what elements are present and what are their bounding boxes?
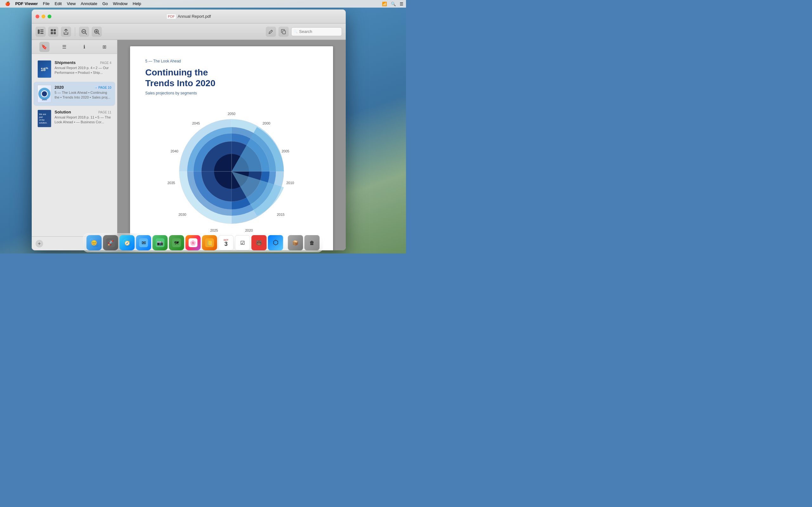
svg-text:🧭: 🧭 — [124, 240, 130, 246]
spotlight-icon[interactable]: 🔍 — [391, 2, 396, 6]
svg-text:📷: 📷 — [157, 240, 163, 246]
menu-go[interactable]: Go — [100, 0, 110, 8]
svg-text:☑: ☑ — [241, 240, 245, 245]
dock-contacts[interactable]: 📒 — [202, 235, 217, 250]
dock-reminders[interactable]: ☑ — [235, 235, 250, 250]
dock-separator — [286, 236, 286, 249]
chart-container: 2050 2045 2040 2035 2030 2025 2020 2015 … — [145, 105, 318, 238]
annotate-button[interactable] — [266, 26, 276, 37]
svg-rect-4 — [51, 29, 53, 32]
svg-text:2005: 2005 — [282, 149, 289, 153]
sidebar-thumb-2020: 2020 — [38, 85, 51, 103]
sidebar-item-title-solution: Solution — [55, 110, 71, 114]
svg-line-15 — [271, 30, 272, 31]
sidebar: 🔖 ☰ ℹ ⊞ 18% Shipments PAGE — [32, 40, 117, 250]
close-button[interactable] — [36, 14, 39, 18]
svg-text:🌸: 🌸 — [190, 240, 196, 246]
dock-copilot[interactable]: ⬡ — [268, 235, 283, 250]
grid-view-button[interactable] — [48, 26, 58, 37]
sidebar-layers-button[interactable]: ⊞ — [99, 42, 109, 52]
control-center-icon[interactable]: ☰ — [400, 2, 403, 6]
sidebar-item-title-2020: 2020 — [55, 85, 64, 90]
toolbar-right: 🔍 — [266, 26, 342, 37]
sidebar-item-page-solution: PAGE 11 — [98, 111, 111, 114]
svg-text:📦: 📦 — [293, 240, 299, 246]
svg-text:2030: 2030 — [179, 213, 186, 216]
svg-rect-16 — [283, 31, 286, 34]
menu-help[interactable]: Help — [130, 0, 144, 8]
sidebar-toggle-button[interactable] — [36, 26, 46, 37]
minimize-button[interactable] — [42, 14, 45, 18]
menu-file[interactable]: File — [40, 0, 52, 8]
pdf-content-area[interactable]: 5 — The Look Ahead Continuing theTrends … — [117, 40, 346, 250]
svg-text:✉: ✉ — [142, 240, 146, 245]
window-controls — [36, 14, 51, 18]
svg-line-14 — [98, 33, 99, 34]
sidebar-item-info-solution: Solution PAGE 11 Annual Report 2018 p. 1… — [55, 110, 111, 125]
wifi-icon[interactable]: 📶 — [382, 2, 387, 6]
svg-text:2015: 2015 — [277, 213, 285, 216]
search-wrapper: 🔍 — [291, 27, 342, 36]
zoom-in-button[interactable] — [92, 26, 102, 37]
svg-text:📒: 📒 — [207, 240, 212, 246]
menu-window[interactable]: Window — [110, 0, 130, 8]
svg-rect-7 — [54, 32, 56, 34]
pdf-subtitle: Sales projections by segments — [145, 91, 318, 95]
pdf-page: 5 — The Look Ahead Continuing theTrends … — [130, 46, 333, 250]
dock-xip[interactable]: 📦 — [288, 235, 303, 250]
thumb-solution-visual: We are part of the solution. — [38, 110, 51, 127]
add-bookmark-button[interactable]: + — [36, 240, 43, 247]
dock-launchpad[interactable]: 🚀 — [103, 235, 118, 250]
radial-chart: 2050 2045 2040 2035 2030 2025 2020 2015 … — [159, 108, 305, 235]
svg-text:2020: 2020 — [42, 99, 47, 101]
svg-rect-0 — [38, 30, 40, 34]
sidebar-item-desc-solution: Annual Report 2018 p. 11 • 5 — The Look … — [55, 115, 111, 125]
dock: 😊 🚀 🧭 ✉ 📷 🗺 🌸 📒 OCT 3 ☑ 🐻 ⬡ 📦 🗑 — [83, 233, 323, 252]
zoom-out-button[interactable] — [79, 26, 89, 37]
window-body: 🔖 ☰ ℹ ⊞ 18% Shipments PAGE — [32, 40, 346, 250]
dock-finder[interactable]: 😊 — [87, 235, 102, 250]
menubar: 🍎 PDF Viewer File Edit View Annotate Go … — [0, 0, 406, 8]
sidebar-item-solution[interactable]: We are part of the solution. Solution PA… — [34, 107, 115, 130]
app-menu-pdfviewer[interactable]: PDF Viewer — [13, 0, 40, 8]
dock-mail[interactable]: ✉ — [136, 235, 151, 250]
sidebar-item-2020[interactable]: 2020 2020 → PAGE 10 5 — The Look Ahead •… — [34, 82, 115, 106]
svg-text:2000: 2000 — [263, 121, 270, 125]
apple-menu[interactable]: 🍎 — [3, 0, 13, 8]
sidebar-item-header-solution: Solution PAGE 11 — [55, 110, 111, 114]
share-button[interactable] — [61, 26, 71, 37]
dock-safari[interactable]: 🧭 — [119, 235, 135, 250]
dock-facetime[interactable]: 📷 — [153, 235, 168, 250]
titlebar: PDF Annual Report.pdf — [32, 9, 346, 23]
search-input[interactable] — [291, 27, 342, 36]
sidebar-bookmark-button[interactable]: 🔖 — [39, 42, 49, 52]
dock-maps[interactable]: 🗺 — [169, 235, 184, 250]
svg-rect-1 — [40, 30, 44, 31]
sidebar-item-desc-2020: 5 — The Look Ahead • Continuing the • Tr… — [55, 90, 111, 100]
menu-view[interactable]: View — [64, 0, 78, 8]
sidebar-thumb-solution: We are part of the solution. — [38, 110, 51, 127]
svg-text:🗺: 🗺 — [174, 240, 179, 245]
dock-calendar[interactable]: OCT 3 — [218, 235, 234, 250]
sidebar-info-button[interactable]: ℹ — [79, 42, 90, 52]
thumb-shipments-visual: 18% — [38, 60, 51, 78]
dock-bear[interactable]: 🐻 — [252, 235, 267, 250]
dock-photos[interactable]: 🌸 — [186, 235, 201, 250]
dock-trash[interactable]: 🗑 — [305, 235, 320, 250]
sidebar-item-title-shipments: Shipments — [55, 60, 75, 65]
svg-line-10 — [85, 33, 87, 34]
svg-rect-5 — [54, 29, 56, 32]
svg-rect-3 — [40, 33, 44, 34]
svg-text:2010: 2010 — [287, 181, 294, 185]
svg-text:2050: 2050 — [228, 112, 235, 116]
menu-edit[interactable]: Edit — [52, 0, 64, 8]
sidebar-list-button[interactable]: ☰ — [59, 42, 69, 52]
svg-text:⬡: ⬡ — [273, 239, 278, 246]
copy-button[interactable] — [278, 26, 289, 37]
maximize-button[interactable] — [48, 14, 51, 18]
pdf-icon: PDF — [166, 14, 176, 19]
sidebar-item-shipments[interactable]: 18% Shipments PAGE 4 Annual Report 2019 … — [34, 57, 115, 81]
svg-text:😊: 😊 — [91, 240, 97, 246]
menu-annotate[interactable]: Annotate — [78, 0, 100, 8]
pdf-viewer-window: PDF Annual Report.pdf — [32, 9, 346, 250]
